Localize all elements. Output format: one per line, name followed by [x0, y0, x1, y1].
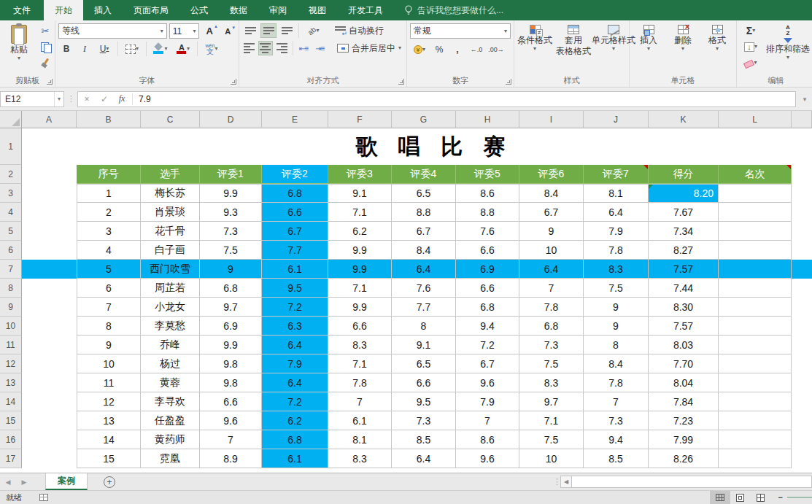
tell-me-box[interactable]: 告诉我您想要做什么... — [404, 0, 503, 20]
cell-I2[interactable]: 评委6 — [519, 165, 584, 184]
zoom-out-button[interactable]: − — [778, 493, 783, 502]
cell-K4[interactable]: 7.67 — [649, 203, 719, 222]
cell-I3[interactable]: 8.4 — [519, 184, 584, 203]
cell-I7[interactable]: 6.4 — [519, 260, 584, 279]
cell-G9[interactable]: 7.7 — [392, 298, 456, 317]
cell-F2[interactable]: 评委3 — [328, 165, 392, 184]
clipboard-dialog-launcher[interactable] — [47, 79, 53, 85]
comma-format-button[interactable]: , — [449, 42, 465, 57]
formula-bar-splitter[interactable]: ⋮ — [67, 94, 74, 104]
ribbon-tab-7[interactable]: 开发工具 — [337, 0, 394, 20]
cell-L12[interactable] — [719, 354, 792, 373]
cell-M2[interactable] — [792, 165, 812, 184]
cell-G13[interactable]: 6.6 — [392, 373, 456, 392]
column-header-G[interactable]: G — [392, 111, 456, 128]
cell-I4[interactable]: 6.7 — [519, 203, 584, 222]
cell-F8[interactable]: 7.1 — [328, 279, 392, 298]
cell-D14[interactable]: 6.6 — [200, 392, 262, 411]
cell-M5[interactable] — [792, 222, 812, 241]
cell-C9[interactable]: 小龙女 — [141, 298, 200, 317]
row-header-15[interactable]: 15 — [0, 411, 22, 430]
row-header-5[interactable]: 5 — [0, 222, 22, 241]
cell-G11[interactable]: 9.1 — [392, 336, 456, 354]
cell-M1[interactable] — [792, 128, 812, 165]
cell-J7[interactable]: 8.3 — [584, 260, 649, 279]
cell-K9[interactable]: 8.30 — [649, 298, 719, 317]
fill-color-button[interactable]: ▾ — [150, 42, 171, 56]
cell-A4[interactable] — [22, 203, 77, 222]
cell-J9[interactable]: 9 — [584, 298, 649, 317]
cell-H11[interactable]: 7.2 — [456, 336, 519, 354]
cell-I10[interactable]: 6.8 — [519, 317, 584, 336]
cell-I15[interactable]: 7.1 — [519, 411, 584, 430]
cell-L13[interactable] — [719, 373, 792, 392]
cell-L3[interactable] — [719, 184, 792, 203]
cell-B4[interactable]: 2 — [77, 203, 141, 222]
cell-F10[interactable]: 6.6 — [328, 317, 392, 336]
cell-K5[interactable]: 7.34 — [649, 222, 719, 241]
cell-M17[interactable] — [792, 449, 812, 468]
horizontal-scrollbar[interactable]: ◀ — [560, 476, 812, 488]
cell-A7[interactable] — [22, 260, 77, 279]
cell-J12[interactable]: 8.4 — [584, 354, 649, 373]
cell-K8[interactable]: 7.44 — [649, 279, 719, 298]
increase-indent-button[interactable]: ⇥≡ — [313, 41, 327, 55]
fill-button[interactable]: ↓▾ — [740, 39, 762, 54]
decrease-decimal-button[interactable]: .00→ — [487, 42, 505, 57]
cell-E7[interactable]: 6.1 — [262, 260, 328, 279]
insert-function-icon[interactable]: fx — [113, 93, 131, 104]
cell-M11[interactable] — [792, 336, 812, 354]
cell-K2[interactable]: 得分 — [649, 165, 719, 184]
cell-E11[interactable]: 6.4 — [262, 336, 328, 354]
cell-F9[interactable]: 9.9 — [328, 298, 392, 317]
cell-C7[interactable]: 西门吹雪 — [141, 260, 200, 279]
cell-J14[interactable]: 7 — [584, 392, 649, 411]
cell-L5[interactable] — [719, 222, 792, 241]
view-page-break-button[interactable] — [751, 491, 771, 504]
formula-bar-expand-icon[interactable]: ▾ — [799, 96, 811, 103]
cell-M9[interactable] — [792, 298, 812, 317]
cell-E6[interactable]: 7.7 — [262, 241, 328, 260]
row-header-1[interactable]: 1 — [0, 128, 22, 165]
cell-C15[interactable]: 任盈盈 — [141, 411, 200, 430]
cell-E16[interactable]: 6.8 — [262, 430, 328, 449]
paste-button[interactable]: 粘贴 ▾ — [3, 23, 35, 62]
cell-A15[interactable] — [22, 411, 77, 430]
cell-D12[interactable]: 9.8 — [200, 354, 262, 373]
cell-K16[interactable]: 7.99 — [649, 430, 719, 449]
cell-G4[interactable]: 8.8 — [392, 203, 456, 222]
column-header-partial[interactable] — [792, 111, 812, 128]
row-header-16[interactable]: 16 — [0, 430, 22, 449]
cell-I11[interactable]: 7.3 — [519, 336, 584, 354]
cell-J10[interactable]: 9 — [584, 317, 649, 336]
cell-C11[interactable]: 乔峰 — [141, 336, 200, 354]
cell-J16[interactable]: 9.4 — [584, 430, 649, 449]
cell-E17[interactable]: 6.1 — [262, 449, 328, 468]
row-header-10[interactable]: 10 — [0, 317, 22, 336]
cell-I9[interactable]: 7.8 — [519, 298, 584, 317]
cell-G5[interactable]: 6.7 — [392, 222, 456, 241]
row-header-6[interactable]: 6 — [0, 241, 22, 260]
cell-C12[interactable]: 杨过 — [141, 354, 200, 373]
italic-button[interactable]: I — [77, 42, 93, 56]
cell-L10[interactable] — [719, 317, 792, 336]
cell-E15[interactable]: 6.2 — [262, 411, 328, 430]
cell-B12[interactable]: 10 — [77, 354, 141, 373]
cell-M12[interactable] — [792, 354, 812, 373]
insert-cells-button[interactable]: 插入 ▾ — [633, 23, 665, 53]
cell-L6[interactable] — [719, 241, 792, 260]
column-header-B[interactable]: B — [77, 111, 141, 128]
font-name-select[interactable]: 等线▾ — [58, 23, 167, 39]
view-page-layout-button[interactable] — [730, 491, 751, 504]
percent-format-button[interactable]: % — [431, 42, 447, 57]
cell-A5[interactable] — [22, 222, 77, 241]
sort-filter-button[interactable]: A Z 排序和筛选 ▾ — [764, 23, 812, 61]
cell-F6[interactable]: 9.9 — [328, 241, 392, 260]
new-sheet-button[interactable]: + — [104, 476, 115, 488]
row-header-7[interactable]: 7 — [0, 260, 22, 279]
cell-M6[interactable] — [792, 241, 812, 260]
cell-C16[interactable]: 黄药师 — [141, 430, 200, 449]
cancel-entry-icon[interactable]: × — [78, 94, 96, 104]
cell-K6[interactable]: 8.27 — [649, 241, 719, 260]
font-color-button[interactable]: A▾ — [173, 42, 193, 56]
